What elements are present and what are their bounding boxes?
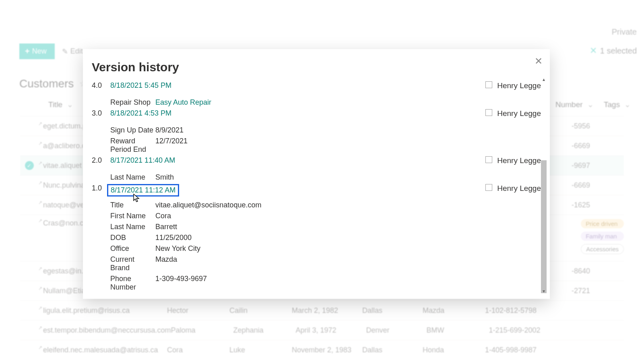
version-user: Henry Legge — [497, 109, 541, 118]
version-row: 2.08/17/2021 11:40 AMHenry Legge — [92, 156, 541, 171]
detail-label: Last Name — [110, 173, 155, 182]
version-row: 1.08/17/2021 11:12 AMHenry Legge — [92, 184, 541, 199]
version-number: 3.0 — [92, 109, 110, 118]
version-date-link[interactable]: 8/18/2021 5:45 PM — [110, 81, 171, 90]
version-checkbox[interactable] — [485, 156, 492, 163]
detail-value: Cora — [155, 212, 171, 220]
version-detail: Phone Number1-309-493-9697 — [110, 275, 541, 291]
version-detail: Last NameSmith — [110, 173, 541, 182]
detail-label: Last Name — [110, 223, 155, 231]
detail-value: 1-309-493-9697 — [155, 275, 207, 291]
version-number: 4.0 — [92, 81, 110, 90]
scroll-thumb[interactable] — [541, 160, 547, 293]
version-user: Henry Legge — [497, 156, 541, 165]
detail-value[interactable]: Easy Auto Repair — [155, 98, 211, 107]
version-detail: OfficeNew York City — [110, 244, 541, 253]
detail-label: Repair Shop — [110, 98, 155, 107]
version-history-modal: Version history ✕ 4.08/18/2021 5:45 PMHe… — [83, 49, 550, 299]
version-checkbox[interactable] — [485, 184, 492, 191]
version-checkbox[interactable] — [485, 109, 492, 116]
detail-label: Sign Up Date — [110, 126, 155, 134]
mouse-cursor — [133, 193, 141, 203]
version-detail: Last NameBarrett — [110, 223, 541, 231]
detail-value: Smith — [155, 173, 174, 182]
scroll-track[interactable] — [541, 84, 547, 287]
detail-value: 12/7/2021 — [155, 137, 188, 154]
modal-scrollbar[interactable]: ▴ ▾ — [540, 77, 547, 294]
detail-value: Mazda — [155, 255, 177, 272]
version-row: 4.08/18/2021 5:45 PMHenry Legge — [92, 81, 541, 96]
detail-label: DOB — [110, 234, 155, 242]
modal-close-button[interactable]: ✕ — [535, 56, 543, 67]
version-detail: Titlevitae.aliquet@sociisnatoque.com — [110, 201, 541, 209]
detail-value: 8/9/2021 — [155, 126, 184, 134]
version-row: 3.08/18/2021 4:53 PMHenry Legge — [92, 109, 541, 124]
detail-value: Barrett — [155, 223, 177, 231]
version-user: Henry Legge — [497, 184, 541, 193]
detail-label: Phone Number — [110, 275, 155, 291]
version-detail: Reward Period End12/7/2021 — [110, 137, 541, 154]
version-date-link[interactable]: 8/18/2021 4:53 PM — [110, 109, 171, 118]
version-date-link[interactable]: 8/17/2021 11:12 AM — [107, 184, 179, 197]
modal-body: 4.08/18/2021 5:45 PMHenry LeggeRepair Sh… — [92, 81, 541, 291]
detail-label: Office — [110, 244, 155, 253]
version-detail: Sign Up Date8/9/2021 — [110, 126, 541, 134]
version-detail: First NameCora — [110, 212, 541, 220]
modal-title: Version history — [92, 60, 541, 74]
version-detail: DOB11/25/2000 — [110, 234, 541, 242]
detail-value: vitae.aliquet@sociisnatoque.com — [155, 201, 261, 209]
detail-value: New York City — [155, 244, 200, 253]
version-number: 2.0 — [92, 156, 110, 165]
version-detail: Repair ShopEasy Auto Repair — [110, 98, 541, 107]
detail-label: Reward Period End — [110, 137, 155, 154]
version-detail: Current BrandMazda — [110, 255, 541, 272]
detail-label: Current Brand — [110, 255, 155, 272]
version-date-link[interactable]: 8/17/2021 11:40 AM — [110, 156, 175, 165]
detail-label: First Name — [110, 212, 155, 220]
scroll-up-arrow[interactable]: ▴ — [540, 77, 547, 82]
version-checkbox[interactable] — [485, 81, 492, 88]
detail-value: 11/25/2000 — [155, 234, 192, 242]
version-user: Henry Legge — [497, 81, 541, 90]
scroll-down-arrow[interactable]: ▾ — [540, 288, 547, 294]
